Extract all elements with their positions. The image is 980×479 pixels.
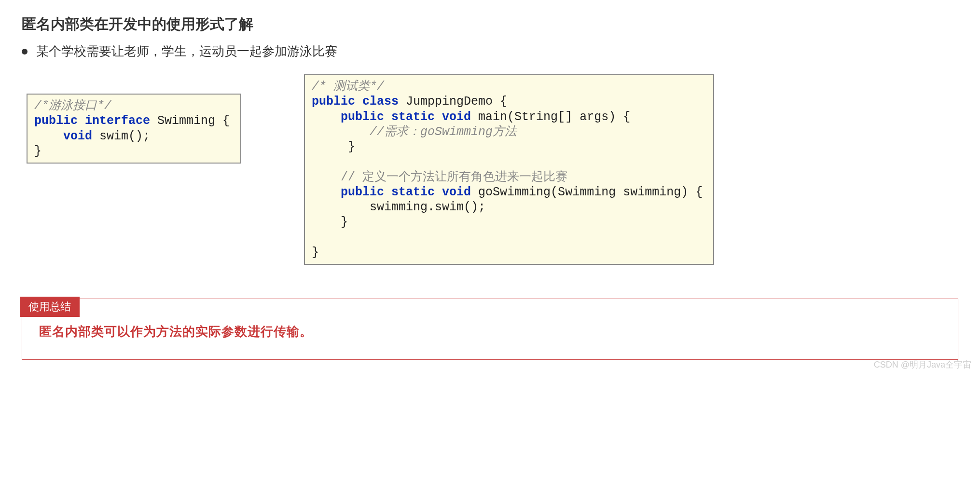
comment: /*游泳接口*/ <box>34 99 111 113</box>
watermark: CSDN @明月Java全宇宙 <box>874 359 971 370</box>
page-title: 匿名内部类在开发中的使用形式了解 <box>22 14 958 34</box>
keyword: public <box>341 110 384 124</box>
comment: // 定义一个方法让所有角色进来一起比赛 <box>312 170 567 184</box>
code-block-interface: /*游泳接口*/ public interface Swimming { voi… <box>27 94 241 164</box>
keyword: class <box>362 95 399 109</box>
code-text: } <box>34 144 41 158</box>
keyword: void <box>63 129 92 143</box>
keyword: public <box>34 114 78 128</box>
keyword: static <box>391 185 435 199</box>
keyword: interface <box>85 114 150 128</box>
bullet-text: 某个学校需要让老师，学生，运动员一起参加游泳比赛 <box>36 43 337 60</box>
comment: //需求：goSwimming方法 <box>370 125 517 139</box>
keyword: void <box>442 110 471 124</box>
code-text: swim(); <box>92 129 150 143</box>
code-block-test: /* 测试类*/ public class JumppingDemo { pub… <box>304 74 714 265</box>
bullet-dot-icon <box>22 49 28 55</box>
summary-box: 使用总结 匿名内部类可以作为方法的实际参数进行传输。 <box>22 299 958 360</box>
code-text: goSwimming(Swimming swimming) { <box>471 185 703 199</box>
bullet-item: 某个学校需要让老师，学生，运动员一起参加游泳比赛 <box>22 43 958 60</box>
code-row: /*游泳接口*/ public interface Swimming { voi… <box>27 74 958 265</box>
code-text: JumppingDemo { <box>399 95 507 109</box>
code-text: swimming.swim(); <box>312 200 485 214</box>
comment: /* 测试类*/ <box>312 80 384 94</box>
keyword: public <box>312 95 355 109</box>
code-text: main(String[] args) { <box>471 110 630 124</box>
keyword: public <box>341 185 384 199</box>
code-text: } <box>312 246 319 260</box>
code-text: Swimming { <box>150 114 230 128</box>
code-text: } <box>312 215 348 229</box>
keyword: void <box>442 185 471 199</box>
keyword: static <box>391 110 435 124</box>
code-text: } <box>312 140 355 154</box>
summary-tag: 使用总结 <box>20 297 80 317</box>
summary-text: 匿名内部类可以作为方法的实际参数进行传输。 <box>39 323 941 340</box>
